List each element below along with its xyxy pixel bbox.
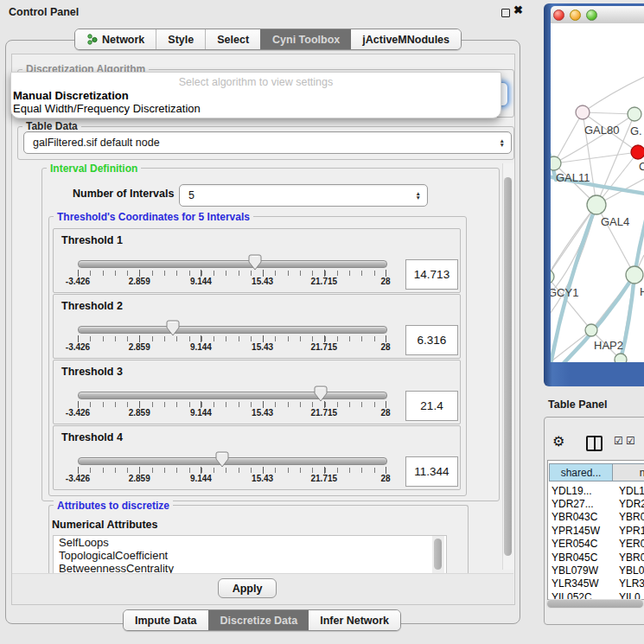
cell-shared-name[interactable]: YER054C: [549, 538, 613, 550]
attribute-item[interactable]: SelfLoops: [54, 536, 446, 549]
cell-name[interactable]: YDL1: [613, 485, 644, 497]
table-row[interactable]: YER054CYER0: [549, 538, 644, 551]
table-row[interactable]: YPR145WYPR1: [549, 524, 644, 537]
table-row[interactable]: YDL19...YDL1: [549, 484, 644, 497]
checkbox-icon[interactable]: ☑: [626, 435, 635, 447]
tick-label: 2.859: [129, 474, 150, 483]
threshold-row-4: Threshold 4-3.4262.8599.14415.4321.71528…: [53, 425, 461, 490]
cell-shared-name[interactable]: YBL079W: [549, 564, 613, 577]
tab-network[interactable]: Network: [75, 29, 156, 49]
threshold-slider-thumb[interactable]: [248, 254, 262, 271]
cell-name[interactable]: YBR0: [613, 511, 644, 523]
threshold-label: Threshold 4: [61, 431, 123, 443]
tab-style[interactable]: Style: [156, 29, 205, 49]
threshold-row-1: Threshold 1-3.4262.8599.14415.4321.71528…: [53, 228, 461, 293]
threshold-slider-track[interactable]: [78, 260, 387, 268]
threshold-slider-thumb[interactable]: [314, 386, 328, 402]
attributes-scrollbar-thumb[interactable]: [434, 539, 442, 570]
popup-option-equal-width[interactable]: Equal Width/Frequency Discretization: [13, 102, 201, 115]
network-node[interactable]: [628, 107, 641, 121]
attributes-group-title: Attributes to discretize: [54, 500, 173, 512]
cell-shared-name[interactable]: YBR043C: [549, 511, 613, 523]
popup-option-manual[interactable]: Manual Discretization: [13, 89, 129, 102]
gear-icon[interactable]: ⚙: [552, 433, 564, 450]
columns-icon[interactable]: [586, 436, 603, 451]
checkbox-icon[interactable]: ☑: [614, 435, 623, 447]
tick-label: 15.43: [252, 408, 273, 418]
panel-scrollbar-thumb[interactable]: [504, 177, 512, 556]
cell-name[interactable]: YBL0: [613, 564, 644, 577]
network-node-label: GAL80: [584, 124, 619, 137]
network-node[interactable]: [576, 105, 590, 119]
table-panel-title: Table Panel: [548, 399, 608, 411]
number-of-intervals-combo[interactable]: 5 ▲▼: [179, 184, 428, 207]
cell-name[interactable]: YDR2: [613, 498, 644, 510]
cell-shared-name[interactable]: YPR145W: [549, 525, 613, 537]
tick-label: 2.859: [129, 342, 150, 352]
tab-jactivemnodules[interactable]: jActiveMNodules: [351, 29, 461, 49]
threshold-slider-thumb[interactable]: [166, 320, 180, 336]
threshold-value-field[interactable]: 14.713: [405, 259, 458, 290]
threshold-slider-track[interactable]: [78, 326, 387, 334]
tab-select[interactable]: Select: [205, 29, 260, 49]
cell-name[interactable]: YPR1: [613, 525, 644, 537]
table-data-combo[interactable]: galFiltered.sif default node ▲▼: [23, 131, 512, 154]
table-row[interactable]: YLR345WYLR3: [549, 577, 644, 590]
tick-label: -3.426: [66, 408, 90, 418]
column-header-shared[interactable]: shared...: [549, 463, 613, 481]
table-row[interactable]: YBR043CYBR0: [549, 511, 644, 524]
close-icon[interactable]: ✖: [513, 3, 523, 16]
network-node[interactable]: [615, 354, 627, 362]
cell-shared-name[interactable]: YLR345W: [549, 577, 613, 590]
tick-label: -3.426: [66, 277, 90, 286]
top-tab-bar: NetworkStyleSelectCyni ToolboxjActiveMNo…: [74, 29, 462, 50]
attribute-item[interactable]: TopologicalCoefficient: [54, 549, 446, 562]
table-row[interactable]: YBR045CYBR0: [549, 551, 644, 564]
tick-label: 9.144: [190, 342, 212, 352]
cell-shared-name[interactable]: YDL19...: [549, 485, 613, 497]
column-header-name[interactable]: na: [613, 463, 644, 481]
threshold-value-field[interactable]: 6.316: [405, 325, 458, 355]
tick-marks-major: [78, 401, 387, 408]
table-row[interactable]: YDR27...YDR2: [549, 497, 644, 510]
node-table[interactable]: shared... na YDL19...YDL1YDR27...YDR2YBR…: [547, 460, 644, 600]
network-node[interactable]: [585, 324, 597, 336]
table-hscrollbar-thumb[interactable]: [547, 600, 643, 608]
tab-impute-data[interactable]: Impute Data: [124, 610, 208, 630]
threshold-slider-track[interactable]: [78, 392, 387, 399]
numerical-attributes-list[interactable]: SelfLoopsTopologicalCoefficientBetweenne…: [53, 535, 447, 576]
zoom-traffic-light-icon[interactable]: [586, 10, 597, 21]
close-traffic-light-icon[interactable]: [553, 10, 564, 21]
cell-shared-name[interactable]: YDR27...: [549, 498, 613, 510]
network-node[interactable]: [551, 270, 554, 284]
tick-label: 2.859: [129, 408, 150, 418]
float-window-icon[interactable]: [501, 9, 510, 17]
network-canvas[interactable]: GAL80G.CGAL11GAL4GCY1HHAP2: [551, 23, 644, 362]
tick-label: 28: [380, 408, 390, 418]
tick-label: 15.43: [252, 342, 273, 352]
network-node[interactable]: [626, 266, 643, 284]
minimize-traffic-light-icon[interactable]: [570, 10, 581, 21]
threshold-value-field[interactable]: 21.4: [405, 391, 458, 421]
tick-label: 21.715: [311, 342, 338, 352]
tab-infer-network[interactable]: Infer Network: [309, 610, 400, 630]
tick-label: 9.144: [190, 474, 212, 483]
cell-name[interactable]: YBR0: [613, 552, 644, 564]
network-node[interactable]: [631, 145, 644, 159]
threshold-slider-track[interactable]: [78, 457, 387, 465]
cell-name[interactable]: YLR3: [613, 577, 644, 590]
tab-cyni-toolbox[interactable]: Cyni Toolbox: [260, 29, 351, 49]
bottom-tab-bar: Impute DataDiscretize DataInfer Network: [123, 609, 401, 631]
network-node-label: GAL11: [556, 171, 590, 184]
threshold-value-field[interactable]: 11.344: [405, 456, 458, 487]
network-node[interactable]: [587, 195, 606, 214]
tab-discretize-data[interactable]: Discretize Data: [208, 610, 309, 630]
tick-label: 28: [380, 342, 390, 352]
network-node[interactable]: [551, 156, 561, 170]
apply-button[interactable]: Apply: [218, 578, 277, 598]
network-window-titlebar[interactable]: [551, 6, 644, 24]
threshold-slider-thumb[interactable]: [215, 451, 229, 468]
table-row[interactable]: YBL079WYBL0: [549, 564, 644, 577]
cell-name[interactable]: YER0: [613, 538, 644, 550]
cell-shared-name[interactable]: YBR045C: [549, 552, 613, 564]
